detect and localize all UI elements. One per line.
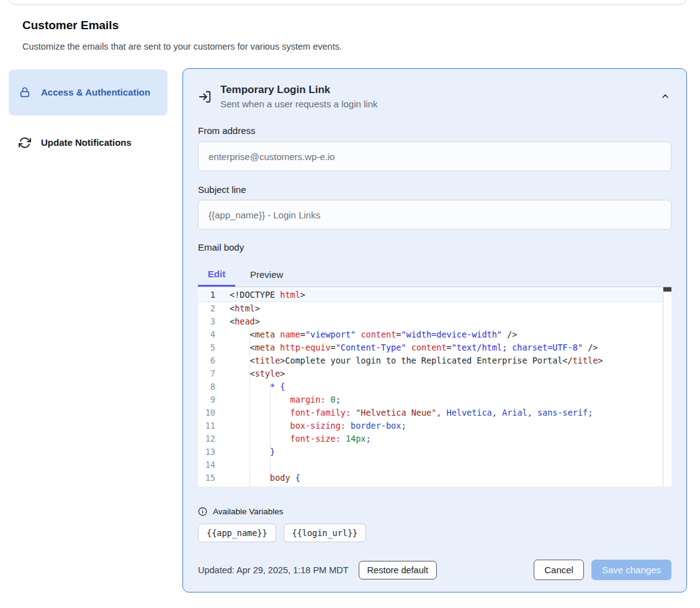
info-icon <box>198 507 207 516</box>
collapse-section-button[interactable] <box>660 91 670 101</box>
panel-title: Temporary Login Link <box>220 84 377 96</box>
variable-chip-login-url[interactable]: {{login_url}} <box>284 524 367 542</box>
previous-section-card-edge <box>9 0 686 5</box>
code-line: 1<!DOCTYPE html> <box>198 288 671 302</box>
code-lines: 1<!DOCTYPE html>2<html>3<head>4 <meta na… <box>198 287 671 486</box>
code-line: 15 body { <box>198 472 671 485</box>
page-title: Customer Emails <box>22 19 119 32</box>
code-line: 14 <box>198 458 671 472</box>
page-subtitle: Customize the emails that are sent to yo… <box>22 42 342 51</box>
panel-footer: Updated: Apr 29, 2025, 1:18 PM MDT Resto… <box>198 560 671 580</box>
variable-chips: {{app_name}} {{login_url}} <box>198 524 671 542</box>
sidebar-item-update-notifications[interactable]: Update Notifications <box>9 127 168 158</box>
available-variables-label: Available Variables <box>213 507 284 516</box>
log-in-icon <box>198 90 212 104</box>
indent-guide <box>249 328 250 486</box>
code-line: 12 font-size: 14px; <box>198 432 671 445</box>
from-address-input[interactable] <box>198 141 671 171</box>
code-line: 2<html> <box>198 302 671 315</box>
refresh-icon <box>19 136 31 149</box>
panel-subtitle: Sent when a user requests a login link <box>220 99 377 109</box>
sidebar-item-access-authentication[interactable]: Access & Authentication <box>9 69 168 115</box>
panel-header: Temporary Login Link Sent when a user re… <box>198 84 671 109</box>
cancel-button[interactable]: Cancel <box>534 560 584 580</box>
save-changes-button[interactable]: Save changes <box>591 560 671 580</box>
sidebar-item-label: Access & Authentication <box>41 85 150 100</box>
code-line: 5 <meta http-equiv="Content-Type" conten… <box>198 341 671 354</box>
restore-default-button[interactable]: Restore default <box>359 561 437 579</box>
code-line: 4 <meta name="viewport" content="width=d… <box>198 328 671 341</box>
code-line: 8 * { <box>198 380 671 393</box>
updated-timestamp: Updated: Apr 29, 2025, 1:18 PM MDT <box>198 565 349 575</box>
sidebar-item-label: Update Notifications <box>41 135 132 150</box>
tab-preview[interactable]: Preview <box>235 263 298 287</box>
indent-guide <box>270 380 271 486</box>
tab-edit[interactable]: Edit <box>198 263 235 287</box>
email-types-sidebar: Access & Authentication Update Notificat… <box>9 69 168 158</box>
available-variables-header: Available Variables <box>198 507 671 516</box>
code-line: 6 <title>Complete your login to the Repl… <box>198 354 671 367</box>
code-line: 11 box-sizing: border-box; <box>198 419 671 432</box>
variable-chip-app-name[interactable]: {{app_name}} <box>198 524 276 542</box>
code-line: 10 font-family: "Helvetica Neue", Helvet… <box>198 406 671 419</box>
code-editor[interactable]: 1<!DOCTYPE html>2<html>3<head>4 <meta na… <box>198 287 671 486</box>
temporary-login-link-panel: Temporary Login Link Sent when a user re… <box>182 68 687 592</box>
code-line: 7 <style> <box>198 367 671 380</box>
subject-line-input[interactable] <box>198 200 671 230</box>
email-body-label: Email body <box>198 242 671 253</box>
editor-scrollbar-thumb[interactable] <box>663 287 671 292</box>
code-line: 3<head> <box>198 315 671 328</box>
code-line: 13 } <box>198 445 671 458</box>
from-address-label: From address <box>198 125 671 136</box>
editor-scrollbar[interactable] <box>663 287 671 486</box>
code-line: 9 margin: 0; <box>198 393 671 406</box>
code-line: 16 background-color: #f6f6f6; <box>198 485 671 486</box>
subject-line-label: Subject line <box>198 184 671 195</box>
lock-icon <box>19 86 31 99</box>
chevron-up-icon <box>660 91 670 101</box>
email-body-tabs: Edit Preview <box>198 263 671 287</box>
